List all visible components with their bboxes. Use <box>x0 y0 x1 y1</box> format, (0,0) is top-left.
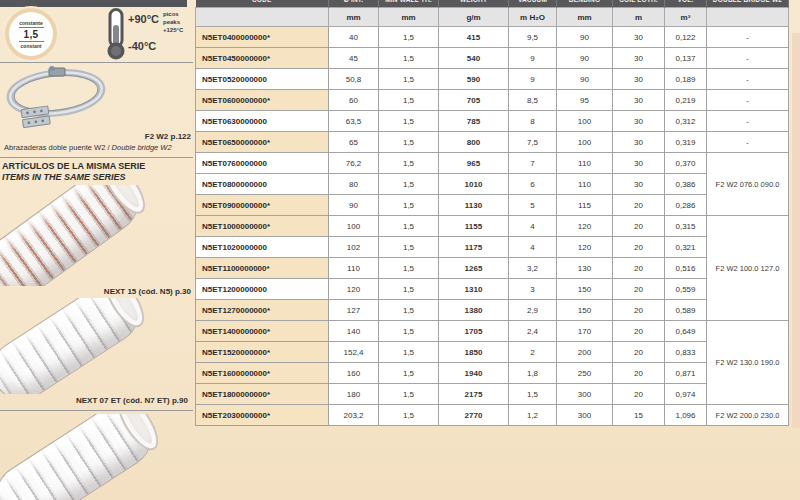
clamp-page-ref: F2 W2 p.122 <box>0 132 191 141</box>
cell-vacuum: 2,4 <box>509 321 557 342</box>
cell-vacuum: 7,5 <box>509 132 557 153</box>
cell-vacuum: 6 <box>509 174 557 195</box>
cell-volume: 0,321 <box>665 237 707 258</box>
cell-coil: 30 <box>613 48 665 69</box>
cell-coil: 15 <box>613 405 665 426</box>
table-row: N5ET052000000050,81,5590990300,189- <box>196 69 789 90</box>
cell-diameter: 160 <box>329 363 379 384</box>
cell-wall: 1,5 <box>379 321 439 342</box>
hose-spiral-graphic <box>0 298 149 394</box>
cell-double-bridge: F2 W2 076.0 090.0 <box>707 153 789 216</box>
cell-weight: 965 <box>439 153 509 174</box>
spec-table: CODEØ INT.MIN WALL TH.WEIGHTVACUUMBENDIN… <box>195 0 789 426</box>
related-item-next07: NEXT 07 ET (cód. N7 ET) p.90 <box>0 396 188 405</box>
unit-cell: mm <box>329 8 379 27</box>
cell-wall: 1,5 <box>379 27 439 48</box>
cell-vacuum: 9 <box>509 69 557 90</box>
clamp-image <box>2 66 117 130</box>
cell-weight: 1380 <box>439 300 509 321</box>
cell-coil: 30 <box>613 69 665 90</box>
unit-cell: m³ <box>665 8 707 27</box>
cell-weight: 705 <box>439 90 509 111</box>
cell-code: N5ET1100000000* <box>196 258 329 279</box>
table-row: N5ET1800000000*1801,521751,5300200,974 <box>196 384 789 405</box>
cell-coil: 20 <box>613 363 665 384</box>
header-cell: MIN WALL TH. <box>379 0 439 8</box>
cell-code: N5ET1520000000* <box>196 342 329 363</box>
cell-weight: 1010 <box>439 174 509 195</box>
cell-diameter: 80 <box>329 174 379 195</box>
header-cell: Ø INT. <box>329 0 379 8</box>
constant-factor-badge: constante 1,5 constant <box>12 15 50 53</box>
cell-weight: 1310 <box>439 279 509 300</box>
cell-vacuum: 1,5 <box>509 384 557 405</box>
cell-coil: 20 <box>613 237 665 258</box>
cell-wall: 1,5 <box>379 90 439 111</box>
temp-max-label: +90°C <box>128 13 159 25</box>
cell-weight: 1705 <box>439 321 509 342</box>
cell-bending: 150 <box>557 300 613 321</box>
badge-divider <box>19 41 44 42</box>
badge-value: 1,5 <box>24 29 39 40</box>
cell-weight: 1175 <box>439 237 509 258</box>
sidebar-header-cropped <box>0 0 187 7</box>
cell-bending: 200 <box>557 342 613 363</box>
cell-diameter: 102 <box>329 237 379 258</box>
cell-coil: 20 <box>613 258 665 279</box>
cell-volume: 0,871 <box>665 363 707 384</box>
cell-diameter: 40 <box>329 27 379 48</box>
cell-wall: 1,5 <box>379 384 439 405</box>
divider <box>0 410 193 411</box>
header-cell: DOUBLE BRIDGE W2 <box>707 0 789 8</box>
table-row: N5ET063000000063,51,57858100300,312- <box>196 111 789 132</box>
cell-volume: 0,219 <box>665 90 707 111</box>
cell-code: N5ET1800000000* <box>196 384 329 405</box>
cell-volume: 0,189 <box>665 69 707 90</box>
cell-wall: 1,5 <box>379 111 439 132</box>
cell-bending: 90 <box>557 27 613 48</box>
cell-wall: 1,5 <box>379 300 439 321</box>
cell-code: N5ET0650000000* <box>196 132 329 153</box>
unit-cell: m H₂O <box>509 8 557 27</box>
cell-bending: 300 <box>557 405 613 426</box>
cell-volume: 1,096 <box>665 405 707 426</box>
unit-cell: mm <box>379 8 439 27</box>
cell-code: N5ET1600000000* <box>196 363 329 384</box>
cell-bending: 100 <box>557 111 613 132</box>
cell-coil: 30 <box>613 90 665 111</box>
cell-weight: 1130 <box>439 195 509 216</box>
cell-diameter: 63,5 <box>329 111 379 132</box>
cell-diameter: 120 <box>329 279 379 300</box>
cell-code: N5ET0400000000* <box>196 27 329 48</box>
cell-volume: 0,312 <box>665 111 707 132</box>
unit-cell: g/m <box>439 8 509 27</box>
cell-coil: 30 <box>613 153 665 174</box>
cell-weight: 590 <box>439 69 509 90</box>
cell-bending: 95 <box>557 90 613 111</box>
spec-table-body: N5ET0400000000*401,54159,590300,122-N5ET… <box>196 27 789 426</box>
cell-double-bridge: - <box>707 69 789 90</box>
header-cell: COIL LGTH. <box>613 0 665 8</box>
cell-double-bridge: F2 W2 130.0 190.0 <box>707 321 789 405</box>
table-row: N5ET0800000000801,510106110300,386 <box>196 174 789 195</box>
cell-double-bridge: - <box>707 111 789 132</box>
unit-cell: m <box>613 8 665 27</box>
thermometer-icon <box>103 8 129 60</box>
cell-weight: 1155 <box>439 216 509 237</box>
cell-diameter: 140 <box>329 321 379 342</box>
cell-weight: 785 <box>439 111 509 132</box>
cell-weight: 1940 <box>439 363 509 384</box>
cell-diameter: 45 <box>329 48 379 69</box>
cell-wall: 1,5 <box>379 363 439 384</box>
unit-cell <box>707 8 789 27</box>
cell-coil: 20 <box>613 300 665 321</box>
related-item-next15: NEXT 15 (cód. N5) p.30 <box>0 287 191 296</box>
series-heading: ARTÍCULOS DE LA MISMA SERIE ITEMS IN THE… <box>2 161 145 183</box>
cell-diameter: 100 <box>329 216 379 237</box>
peaks-line-es: picos <box>163 10 183 18</box>
header-cell: WEIGHT <box>439 0 509 8</box>
cell-volume: 0,516 <box>665 258 707 279</box>
cell-volume: 0,286 <box>665 195 707 216</box>
table-row: N5ET0400000000*401,54159,590300,122- <box>196 27 789 48</box>
cell-code: N5ET0800000000 <box>196 174 329 195</box>
